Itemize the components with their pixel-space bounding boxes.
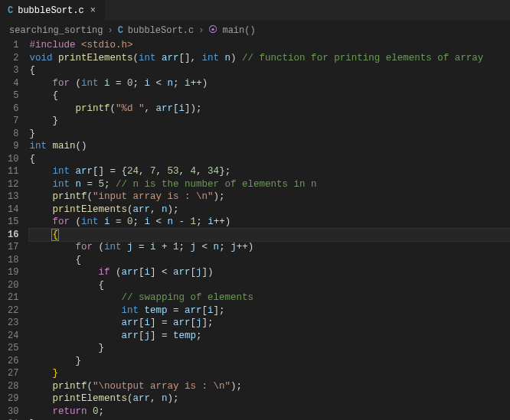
token: ); [230,381,242,392]
code-line[interactable]: { [29,64,510,77]
token: n [168,78,174,89]
token: "input array is : \n" [93,191,214,202]
token: // swapping of elements [121,292,253,303]
token: int [52,179,70,190]
token: , [150,204,162,215]
token: = [110,78,128,89]
line-number: 20 [8,279,18,292]
token: ; [196,217,208,227]
token: i [208,217,214,227]
code-line[interactable]: int main() [29,140,510,153]
token: #include [29,40,75,50]
token: int [52,166,70,177]
token: , [179,166,191,177]
token: ; [179,242,191,252]
token: } [29,116,58,126]
token: , [139,166,150,177]
code-line[interactable]: } [29,367,510,380]
token: i [150,242,156,252]
token: = [133,242,151,252]
code-line[interactable]: printf("\noutput array is : \n"); [29,380,510,393]
code-line[interactable]: void printElements(int arr[], int n) // … [29,52,510,65]
token: + [156,242,174,252]
token: 34 [208,166,219,177]
token: = [167,305,185,316]
token: i [179,103,185,114]
code-line[interactable]: printf("%d ", arr[i]); [29,103,510,116]
token [29,406,52,417]
token: ]; [214,305,225,316]
token: ( [110,267,121,278]
code-line[interactable]: int n = 5; // n is the number of element… [29,178,510,191]
code-line[interactable]: for (int i = 0; i < n - 1; i++) [29,216,510,229]
token: arr [121,330,139,341]
breadcrumb-file[interactable]: bubbleSort.c [128,25,194,36]
code-line[interactable]: } [29,342,510,355]
line-number: 10 [8,153,18,166]
code-line[interactable]: int arr[] = {24, 7, 53, 4, 34}; [29,165,510,178]
line-number: 13 [8,190,18,203]
code-line[interactable]: printElements(arr, n); [29,392,510,405]
token: // n is the number of elements in n [116,179,317,190]
token: printElements [58,53,133,63]
token: i [145,217,151,227]
token: temp [144,305,167,316]
token: ; [173,78,185,89]
token [29,78,52,89]
code-line[interactable]: arr[i] = arr[j]; [29,317,510,330]
breadcrumb[interactable]: searching_sorting › C bubbleSort.c › ⦿ m… [0,21,510,39]
line-number: 25 [8,342,18,355]
token: arr [132,393,150,404]
token: ); [168,204,179,215]
token [98,78,104,89]
code-line[interactable]: { [29,254,510,267]
code-line[interactable]: { [29,153,510,166]
token: ; [104,179,116,190]
line-number: 2 [8,52,18,65]
token [29,305,121,316]
token: temp [173,330,196,341]
code-line[interactable]: // swapping of elements [29,291,510,304]
token: printElements [52,204,127,215]
code-line[interactable]: { [29,229,510,242]
line-number: 26 [8,355,18,368]
breadcrumb-folder[interactable]: searching_sorting [9,25,103,36]
token: ] = [150,330,173,341]
token: j [196,267,202,278]
token [29,292,121,303]
token: int [104,242,122,252]
code-line[interactable]: } [29,355,510,368]
token: } [52,368,58,379]
token: 7 [150,166,156,177]
breadcrumb-symbol[interactable]: main() [222,25,255,36]
token [29,230,52,240]
line-number: 29 [8,392,18,405]
code-line[interactable]: if (arr[i] < arr[j]) [29,266,510,279]
close-icon[interactable]: × [89,5,97,16]
code-line[interactable]: for (int j = i + 1; j < n; j++) [29,241,510,254]
token: } [29,356,81,366]
token: ++) [214,217,231,227]
token [156,53,162,63]
code-line[interactable]: { [29,279,510,292]
token: arr [75,166,93,177]
code-editor[interactable]: 1234567891011121314151617181920212223242… [0,39,510,420]
code-line[interactable]: printf("input array is : \n"); [29,190,510,203]
code-line[interactable]: for (int i = 0; i < n; i++) [29,77,510,90]
token: { [29,280,104,291]
token: ) [230,53,242,63]
code-line[interactable]: { [29,90,510,103]
token: { [29,90,58,101]
token: ); [168,393,179,404]
code-line[interactable]: int temp = arr[i]; [29,304,510,317]
code-line[interactable]: } [29,128,510,141]
token [29,166,52,177]
code-line[interactable]: printElements(arr, n); [29,203,510,217]
code-line[interactable]: arr[j] = temp; [29,330,510,343]
code-line[interactable]: return 0; [29,405,510,418]
code-line[interactable]: } [29,115,510,128]
tab-bubblesort[interactable]: C bubbleSort.c × [0,0,105,21]
code-area[interactable]: #include <stdio.h>void printElements(int… [29,39,510,420]
code-line[interactable]: #include <stdio.h> [29,39,510,52]
token: printElements [52,393,127,404]
